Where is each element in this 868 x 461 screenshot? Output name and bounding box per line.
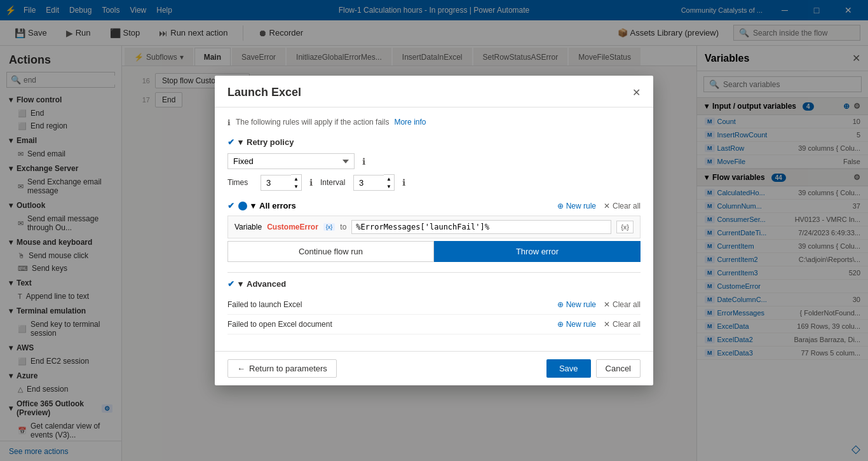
advanced-row-failed-open: Failed to open Excel document ⊕ New rule… <box>227 315 641 334</box>
all-errors-rule-row: Variable CustomeError {x} to {x} <box>227 216 641 238</box>
interval-input[interactable] <box>353 175 384 191</box>
throw-error-button[interactable]: Throw error <box>434 241 641 262</box>
retry-chevron <box>238 137 243 147</box>
failed-launch-clear-all-button[interactable]: ✕ Clear all <box>604 300 641 309</box>
rule-value-icon[interactable]: {x} <box>616 221 634 233</box>
info-icon: ℹ <box>227 118 231 127</box>
modal-body: ℹ The following rules will apply if the … <box>215 107 653 351</box>
modal-overlay: Launch Excel ✕ ℹ The following rules wil… <box>0 0 868 461</box>
all-errors-header: ✔ All errors ⊕ New rule ✕ Clear all <box>227 201 641 210</box>
advanced-chevron <box>238 279 243 289</box>
times-label: Times <box>227 178 253 187</box>
more-info-link[interactable]: More info <box>394 118 426 127</box>
failed-launch-label: Failed to launch Excel <box>227 300 302 309</box>
advanced-label: Advanced <box>247 279 286 289</box>
failed-launch-new-rule-button[interactable]: ⊕ New rule <box>557 300 596 309</box>
times-up-arrow[interactable]: ▲ <box>291 175 301 182</box>
times-arrows: ▲ ▼ <box>291 174 302 191</box>
retry-policy-info-icon[interactable]: ℹ <box>362 156 365 167</box>
advanced-header[interactable]: ✔ Advanced <box>227 279 641 289</box>
retry-policy-form-row: Fixed None Custom ℹ <box>227 153 641 169</box>
action-buttons-row: Continue flow run Throw error <box>227 241 641 262</box>
failed-open-actions: ⊕ New rule ✕ Clear all <box>557 320 641 329</box>
modal-info-row: ℹ The following rules will apply if the … <box>227 118 641 127</box>
clear-all-icon: ✕ <box>604 202 610 210</box>
retry-policy-label: Retry policy <box>247 137 294 147</box>
all-errors-check-icon: ✔ <box>227 201 234 210</box>
all-errors-chevron <box>251 201 255 210</box>
rule-variable-name: CustomeError <box>267 223 318 231</box>
interval-input-wrap: ▲ ▼ <box>353 174 395 191</box>
modal-title: Launch Excel <box>227 86 301 99</box>
launch-excel-modal: Launch Excel ✕ ℹ The following rules wil… <box>215 76 653 385</box>
modal-save-button[interactable]: Save <box>546 359 591 378</box>
retry-policy-section: ✔ Retry policy Fixed None Custom ℹ Times <box>227 137 641 191</box>
all-errors-left: ✔ All errors <box>227 201 296 210</box>
interval-down-arrow[interactable]: ▼ <box>384 182 394 190</box>
all-errors-shield-icon <box>238 202 247 210</box>
all-errors-section: ✔ All errors ⊕ New rule ✕ Clear all <box>227 201 641 262</box>
failed-open-label: Failed to open Excel document <box>227 320 332 329</box>
retry-policy-select[interactable]: Fixed None Custom <box>227 153 355 169</box>
all-errors-clear-all-button[interactable]: ✕ Clear all <box>604 202 641 210</box>
times-input-wrap: ▲ ▼ <box>261 174 302 191</box>
return-icon: ← <box>237 364 245 373</box>
all-errors-right: ⊕ New rule ✕ Clear all <box>557 202 641 210</box>
times-input[interactable] <box>261 175 291 191</box>
failed-open-clear-all-button[interactable]: ✕ Clear all <box>604 320 641 329</box>
rule-value-input[interactable] <box>351 220 611 234</box>
retry-check-icon: ✔ <box>227 137 234 147</box>
modal-footer: ← Return to parameters Save Cancel <box>215 351 653 385</box>
rule-variable-label: Variable <box>234 223 262 231</box>
rule-to-label: to <box>340 223 346 231</box>
failed-launch-new-rule-icon: ⊕ <box>557 300 564 309</box>
failed-open-new-rule-button[interactable]: ⊕ New rule <box>557 320 596 329</box>
interval-up-arrow[interactable]: ▲ <box>384 175 394 182</box>
advanced-check-icon: ✔ <box>227 279 234 289</box>
times-info-icon[interactable]: ℹ <box>309 177 313 188</box>
continue-flow-run-button[interactable]: Continue flow run <box>227 241 434 262</box>
modal-footer-right: Save Cancel <box>546 359 641 378</box>
return-to-parameters-button[interactable]: ← Return to parameters <box>227 359 337 378</box>
failed-open-new-rule-icon: ⊕ <box>557 320 564 329</box>
failed-launch-actions: ⊕ New rule ✕ Clear all <box>557 300 641 309</box>
rule-var-icon[interactable]: {x} <box>323 223 336 231</box>
times-interval-row: Times ▲ ▼ ℹ Interval ▲ ▼ <box>227 174 641 191</box>
failed-launch-clear-icon: ✕ <box>604 300 610 309</box>
modal-header: Launch Excel ✕ <box>215 76 653 107</box>
modal-info-text: The following rules will apply if the ac… <box>236 118 389 127</box>
advanced-section: ✔ Advanced Failed to launch Excel ⊕ New … <box>227 272 641 334</box>
modal-cancel-button[interactable]: Cancel <box>596 359 641 378</box>
failed-open-clear-icon: ✕ <box>604 320 610 329</box>
interval-info-icon[interactable]: ℹ <box>402 177 405 188</box>
new-rule-icon: ⊕ <box>557 202 564 210</box>
modal-close-button[interactable]: ✕ <box>632 86 641 99</box>
advanced-row-failed-launch: Failed to launch Excel ⊕ New rule ✕ Clea… <box>227 295 641 315</box>
all-errors-label: All errors <box>259 201 296 210</box>
all-errors-new-rule-button[interactable]: ⊕ New rule <box>557 202 596 210</box>
interval-label: Interval <box>320 178 346 187</box>
retry-policy-header[interactable]: ✔ Retry policy <box>227 137 641 147</box>
times-down-arrow[interactable]: ▼ <box>291 182 301 190</box>
interval-arrows: ▲ ▼ <box>384 174 395 191</box>
